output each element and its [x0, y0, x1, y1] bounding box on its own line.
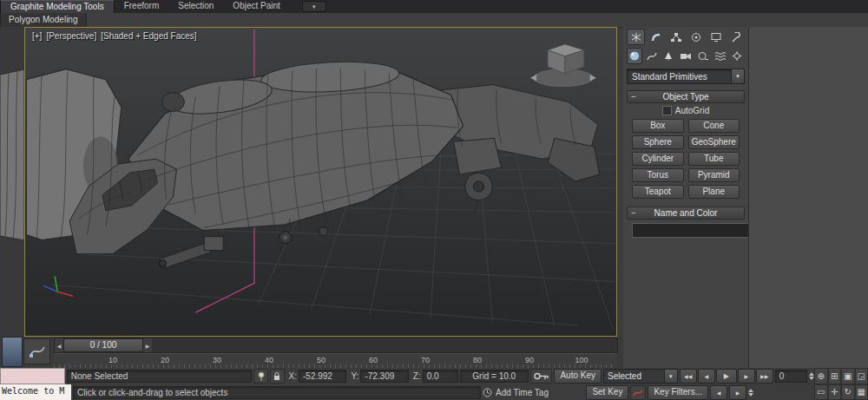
object-type-rollout-header[interactable]: − Object Type: [627, 90, 745, 103]
zoom-all-icon[interactable]: ⊞: [828, 368, 842, 384]
create-tab-icon[interactable]: [627, 29, 645, 45]
macro-recorder-line[interactable]: [0, 368, 65, 384]
systems-category-icon[interactable]: [729, 48, 745, 64]
motion-tab-icon[interactable]: [687, 29, 705, 45]
create-category-icons: [623, 46, 748, 65]
tick-label: 50: [317, 356, 326, 364]
zoom-extents-all-icon[interactable]: ◲: [855, 368, 868, 384]
modify-tab-icon[interactable]: [647, 29, 665, 45]
track-bar: ◀ 0 / 100 ▶ 10 20 30 40 50 60 70 80 90 1…: [0, 337, 623, 368]
next-frame-arrow-icon[interactable]: ▶: [143, 338, 152, 352]
add-time-tag-button[interactable]: Add Time Tag: [483, 388, 549, 397]
perspective-viewport[interactable]: [+] [Perspective] [Shaded + Edged Faces]: [24, 27, 617, 337]
x-coordinate-field[interactable]: -52.992: [299, 370, 346, 383]
ribbon-tab-freeform[interactable]: Freeform: [115, 0, 169, 13]
utilities-tab-icon[interactable]: [727, 29, 745, 45]
tick-label: 20: [161, 356, 169, 364]
clipped-geometry: [0, 27, 24, 337]
autogrid-label: AutoGrid: [675, 106, 709, 115]
play-button[interactable]: ▶: [716, 369, 737, 384]
go-to-end-button[interactable]: ▶▶: [756, 369, 773, 384]
pan-icon[interactable]: ✛: [828, 384, 842, 400]
zoom-extents-icon[interactable]: ▣: [841, 368, 855, 384]
zoom-region-icon[interactable]: ▭: [814, 384, 828, 400]
geometry-category-icon[interactable]: [627, 48, 642, 64]
zoom-icon[interactable]: ⊕: [814, 368, 828, 384]
rollout-title: Name and Color: [640, 208, 732, 218]
plane-button[interactable]: Plane: [688, 185, 740, 199]
previous-frame-arrow-icon[interactable]: ◀: [55, 338, 63, 352]
auto-key-button[interactable]: Auto Key: [554, 369, 602, 384]
next-frame-button[interactable]: ▶: [738, 369, 755, 384]
lights-category-icon[interactable]: [661, 48, 676, 64]
display-tab-icon[interactable]: [707, 29, 725, 45]
teapot-button[interactable]: Teapot: [632, 185, 684, 199]
space-warps-category-icon[interactable]: [713, 48, 728, 64]
time-slider-track[interactable]: ◀ 0 / 100 ▶: [54, 338, 618, 353]
cylinder-button[interactable]: Cylinder: [632, 152, 684, 166]
viewport-layout-tab[interactable]: [2, 337, 23, 367]
maxscript-mini-listener[interactable]: Welcome to M: [0, 384, 71, 400]
helpers-category-icon[interactable]: [695, 48, 711, 64]
command-panel: Standard Primitives ▼ − Object Type Auto…: [623, 27, 748, 368]
panel-tab-polygon-modeling[interactable]: Polygon Modeling: [0, 13, 87, 27]
mini-curve-editor-button[interactable]: [23, 338, 50, 364]
object-name-input[interactable]: [632, 223, 752, 238]
previous-key-button[interactable]: ◀: [710, 385, 727, 400]
ribbon-tab-object-paint[interactable]: Object Paint: [223, 0, 289, 13]
geosphere-button[interactable]: GeoSphere: [688, 135, 740, 149]
sphere-button[interactable]: Sphere: [632, 135, 684, 149]
z-label: Z:: [413, 371, 421, 381]
clock-icon: [483, 388, 492, 397]
ribbon-minimize-dropdown[interactable]: ▼: [302, 1, 326, 12]
set-key-button[interactable]: Set Key: [586, 385, 628, 400]
z-coordinate-field[interactable]: 0.0: [423, 370, 458, 383]
primitive-category-dropdown[interactable]: Standard Primitives ▼: [627, 69, 745, 84]
name-and-color-rollout-header[interactable]: − Name and Color: [627, 207, 745, 220]
viewport-general-menu[interactable]: [+]: [32, 31, 42, 41]
viewport-label: [+] [Perspective] [Shaded + Edged Faces]: [32, 31, 197, 41]
cone-button[interactable]: Cone: [688, 119, 740, 133]
maximize-viewport-toggle-icon[interactable]: ▦: [855, 384, 868, 400]
next-key-button[interactable]: ▶: [729, 385, 746, 400]
set-key-mode-icon[interactable]: [630, 385, 646, 400]
box-button[interactable]: Box: [632, 119, 684, 133]
command-panel-tabs: [623, 27, 748, 46]
pyramid-button[interactable]: Pyramid: [688, 168, 740, 182]
tick-label: 90: [525, 356, 534, 364]
tube-button[interactable]: Tube: [688, 152, 740, 166]
prompt-bar: Welcome to M Click or click-and-drag to …: [0, 384, 814, 400]
key-filters-button[interactable]: Key Filters...: [648, 385, 708, 400]
dropship-model[interactable]: [26, 59, 599, 268]
orbit-icon[interactable]: ↻: [841, 384, 855, 400]
ribbon-tab-graphite-modeling[interactable]: Graphite Modeling Tools: [0, 0, 115, 13]
torus-button[interactable]: Torus: [632, 168, 684, 182]
viewport-canvas[interactable]: [25, 28, 616, 336]
shapes-category-icon[interactable]: [644, 48, 660, 64]
selection-status-line: None Selected: [67, 370, 253, 383]
collapse-icon: −: [628, 92, 640, 102]
y-coordinate-field[interactable]: -72.309: [360, 370, 408, 383]
previous-frame-button[interactable]: ◀: [698, 369, 715, 384]
time-slider-handle[interactable]: 0 / 100: [63, 338, 143, 352]
ribbon-tab-selection[interactable]: Selection: [168, 0, 223, 13]
autogrid-checkbox[interactable]: [662, 106, 672, 115]
current-frame-field[interactable]: 0: [775, 370, 807, 383]
set-keys-button[interactable]: [530, 369, 553, 384]
hierarchy-tab-icon[interactable]: [667, 29, 685, 45]
chevron-down-icon[interactable]: ▼: [731, 69, 744, 83]
selection-set-dropdown[interactable]: Selected ▼: [603, 369, 678, 384]
viewport-shading-menu[interactable]: [Shaded + Edged Faces]: [101, 31, 196, 41]
go-to-start-button[interactable]: ◀◀: [680, 369, 697, 384]
chevron-down-icon[interactable]: ▼: [664, 370, 677, 383]
collapse-icon: −: [628, 208, 640, 218]
tick-label: 10: [108, 356, 117, 364]
viewport-navigation-controls: ⊕ ⊞ ▣ ◲ ▭ ✛ ↻ ▦: [814, 368, 868, 400]
add-time-tag-label: Add Time Tag: [496, 388, 549, 397]
isolate-selection-icon[interactable]: [253, 369, 268, 384]
cameras-category-icon[interactable]: [678, 48, 694, 64]
viewcube[interactable]: [530, 44, 596, 87]
key-step-spinner[interactable]: [748, 389, 753, 397]
selection-lock-icon[interactable]: [270, 369, 285, 384]
viewport-pov-menu[interactable]: [Perspective]: [46, 31, 96, 41]
